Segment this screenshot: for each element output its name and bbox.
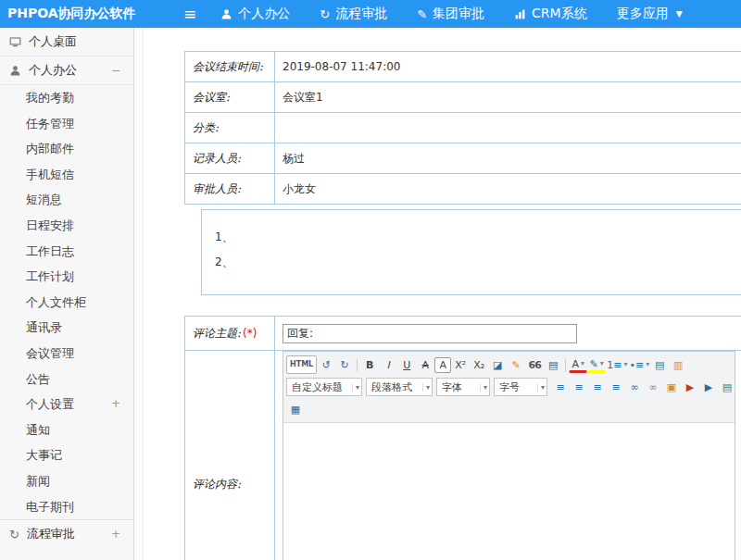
flash-icon[interactable]: ▶ <box>681 378 699 396</box>
sidebar-item[interactable]: 任务管理 <box>0 111 133 137</box>
ordered-list-icon[interactable]: 1≡ <box>606 355 628 374</box>
sidebar-item-label: 公告 <box>26 372 50 386</box>
comment-subject-cell <box>275 317 741 351</box>
page-break-icon[interactable]: ▥ <box>669 355 687 374</box>
italic-icon[interactable]: I <box>379 355 397 374</box>
nav-label: 更多应用 <box>617 6 669 22</box>
source-code-button[interactable]: HTML <box>286 355 317 374</box>
nav-group-approval[interactable]: ✎ 集团审批 <box>417 6 484 22</box>
form-row-label: 会议室: <box>185 82 275 113</box>
sidebar-item-label: 个人文件柜 <box>26 295 86 309</box>
app-title: PHPOA协同办公软件 <box>0 6 139 22</box>
comment-content-cell: HTML ↺ ↻ B <box>275 351 741 560</box>
media-icon[interactable]: ▶ <box>699 378 718 396</box>
main-content: 会议结束时间: 2019-08-07 11:47:00 会议室: 会议室1 分类… <box>144 28 741 560</box>
sidebar-item-label: 短消息 <box>26 193 62 206</box>
form-row-label: 审批人员: <box>185 174 275 205</box>
undo-icon[interactable]: ↺ <box>317 355 335 374</box>
blockquote-icon[interactable]: 66 <box>525 355 544 374</box>
comment-subject-input[interactable] <box>283 324 577 343</box>
nav-workflow-approval[interactable]: ↻ 流程审批 <box>320 6 387 22</box>
editor-toolbar-row-3: ▦ <box>286 398 732 420</box>
sidebar-item[interactable]: 工作计划 <box>0 264 133 290</box>
sidebar-item-label: 大事记 <box>26 448 62 462</box>
font-color-icon[interactable]: A <box>569 357 587 373</box>
sidebar-item-label: 个人设置 <box>26 397 74 411</box>
editor-toolbar-row-2: 自定义标题 段落格式 字体 字号 <box>286 376 732 398</box>
font-family-select[interactable]: 字体 <box>436 378 490 396</box>
sidebar-item[interactable]: 个人设置 + <box>0 392 133 417</box>
strikethrough-icon[interactable]: A <box>416 355 434 374</box>
insert-file-icon[interactable]: ▤ <box>718 378 736 396</box>
sidebar-item[interactable]: 日程安排 <box>0 213 133 239</box>
editor-content-area[interactable] <box>283 423 735 560</box>
sidebar-item-personal-office[interactable]: 个人办公 − <box>0 56 133 85</box>
align-left-icon[interactable]: ≡ <box>551 378 570 396</box>
align-center-icon[interactable]: ≡ <box>570 378 588 396</box>
nav-more-apps[interactable]: 更多应用 ▼ <box>617 6 683 22</box>
underline-icon[interactable]: U <box>397 355 416 374</box>
font-style-icon[interactable]: A <box>434 357 451 373</box>
sidebar-item[interactable]: 电子期刊 <box>0 494 133 520</box>
form-row-value <box>275 113 741 143</box>
form-row-value: 会议室1 <box>275 82 741 113</box>
separator[interactable] <box>357 358 358 372</box>
collapse-toggle-icon[interactable]: − <box>111 64 120 77</box>
sidebar-item[interactable]: 工作日志 <box>0 239 133 265</box>
required-mark: (*) <box>243 327 257 340</box>
menu-toggle-icon[interactable]: ≡ <box>183 6 196 22</box>
sidebar-item-label: 工作计划 <box>26 269 74 283</box>
meeting-content-box: 1、 2、 <box>201 209 741 295</box>
justify-icon[interactable]: ≡ <box>607 378 625 396</box>
unlink-icon[interactable]: ∞ <box>644 378 662 396</box>
form-row: 会议室: 会议室1 <box>185 82 741 113</box>
image-icon[interactable]: ▣ <box>662 378 681 396</box>
sidebar-item[interactable]: 通知 <box>0 417 133 443</box>
sidebar-item-label: 内部邮件 <box>26 142 74 156</box>
nav-personal-office[interactable]: 个人办公 <box>220 6 290 22</box>
sidebar-item-label: 会议管理 <box>26 346 74 360</box>
sidebar-item[interactable]: 我的考勤 <box>0 85 133 111</box>
align-right-icon[interactable]: ≡ <box>588 378 607 396</box>
sidebar-item[interactable]: 新闻 <box>0 468 133 494</box>
sidebar-item[interactable]: 短消息 <box>0 187 133 213</box>
sidebar-item-label: 电子期刊 <box>26 500 74 514</box>
heading-select[interactable]: 自定义标题 <box>286 378 362 396</box>
subscript-icon[interactable]: X₂ <box>470 355 488 374</box>
table-icon[interactable]: ▦ <box>286 400 305 418</box>
sidebar-item[interactable]: 内部邮件 <box>0 136 133 162</box>
content-line: 1、 <box>215 225 741 250</box>
sidebar-item-workflow-approval[interactable]: ↻ 流程审批 + <box>0 519 133 548</box>
sidebar-item[interactable]: 公告 <box>0 367 133 392</box>
template-icon[interactable]: ▤ <box>544 355 562 374</box>
superscript-icon[interactable]: X² <box>451 355 470 374</box>
sidebar-item[interactable]: 通讯录 <box>0 315 133 341</box>
bold-icon[interactable]: B <box>360 355 379 374</box>
edit-icon: ✎ <box>417 8 427 20</box>
form-row: 分类: <box>185 113 741 143</box>
sidebar-scrollbar-gutter[interactable] <box>134 28 144 560</box>
expand-toggle-icon[interactable]: + <box>111 392 120 417</box>
nav-crm-system[interactable]: CRM系统 <box>514 6 587 22</box>
format-brush-icon[interactable]: ✎ <box>507 355 525 374</box>
sidebar-item[interactable]: 手机短信 <box>0 162 133 188</box>
font-size-select[interactable]: 字号 <box>494 378 547 396</box>
paragraph-format-select[interactable]: 段落格式 <box>366 378 433 396</box>
sidebar-item[interactable]: 大事记 <box>0 442 133 468</box>
page-icon[interactable]: ▤ <box>650 355 669 374</box>
sidebar-item[interactable]: 个人文件柜 <box>0 290 133 316</box>
link-icon[interactable]: ∞ <box>625 378 644 396</box>
separator[interactable] <box>565 358 566 372</box>
sidebar-item-label: 工作日志 <box>26 244 74 258</box>
sidebar-item-desktop[interactable]: 个人桌面 <box>0 28 133 56</box>
redo-icon[interactable]: ↻ <box>335 355 354 374</box>
sidebar-item-label: 我的考勤 <box>26 91 74 105</box>
remove-format-icon[interactable]: ◪ <box>488 355 507 374</box>
comment-content-row: 评论内容: HTML ↺ <box>185 351 741 560</box>
unordered-list-icon[interactable]: •≡ <box>628 355 650 374</box>
expand-toggle-icon[interactable]: + <box>111 528 120 541</box>
top-navbar: PHPOA协同办公软件 ≡ 个人办公 ↻ 流程审批 ✎ 集团审批 CRM系统 更… <box>0 0 741 28</box>
sidebar-item[interactable]: 会议管理 <box>0 341 133 367</box>
highlight-color-icon[interactable]: ✎ <box>587 357 606 373</box>
form-row-label: 会议结束时间: <box>185 52 275 82</box>
